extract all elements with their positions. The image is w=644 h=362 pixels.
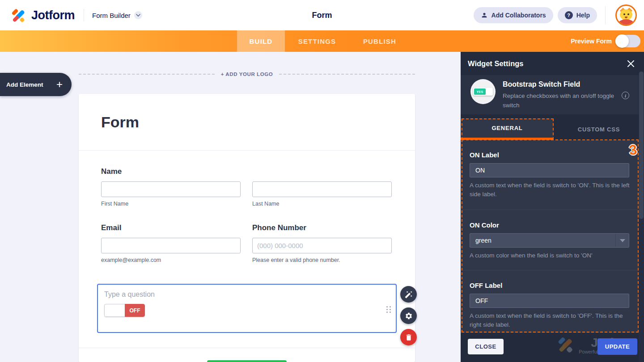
on-color-help: A custom color when the field is switch … [470,251,631,260]
switch-on-side [104,304,125,317]
close-panel-button[interactable] [625,58,636,69]
panel-footer: Jotform Powerful forms get it done CLOSE… [461,333,644,362]
submit-button-partial[interactable] [207,360,287,362]
widget-icon: YES [470,79,496,104]
on-color-value: green [475,237,491,244]
name-field-block[interactable]: Name First Name Last Name [101,167,392,207]
close-icon [627,60,634,67]
tab-general[interactable]: GENERAL [461,118,554,140]
panel-tabs: GENERAL CUSTOM CSS [461,114,644,140]
jotform-logo-icon [11,7,27,23]
panel-content: ON Label A custom text when the field is… [461,140,644,333]
properties-button[interactable] [400,307,417,324]
dashed-line [79,74,215,75]
info-icon[interactable]: i [622,92,629,99]
email-label: Email [101,223,241,232]
jotform-logo[interactable]: Jotform [11,7,75,23]
form-card: Form Name First Name Last Name [79,94,415,362]
form-canvas: Add Element + + ADD YOUR LOGO Form Name … [0,52,461,362]
phone-label: Phone Number [252,223,392,232]
dropdown-arrow-icon [620,239,625,242]
tab-publish[interactable]: PUBLISH [349,30,410,52]
top-bar: Jotform Form Builder Form Add Collaborat… [0,0,644,30]
tab-settings[interactable]: SETTINGS [285,30,349,52]
add-element-button[interactable]: Add Element + [0,73,72,96]
bootstrap-switch[interactable]: OFF [104,304,145,317]
scrollbar-thumb[interactable] [639,72,644,219]
setting-off-label: OFF Label A custom text when the field i… [461,270,644,333]
switch-off-side: OFF [125,304,145,317]
panel-title: Widget Settings [468,59,524,68]
first-name-sublabel: First Name [101,201,241,207]
widget-settings-panel: Widget Settings YES Bootstrap Switch Fie… [461,52,644,362]
selected-widget-question[interactable]: Type a question OFF [97,284,397,333]
email-input[interactable] [101,238,241,253]
builder-tabs: BUILD SETTINGS PUBLISH [237,30,410,52]
plus-icon: + [56,79,63,90]
brand-name: Jotform [31,8,75,22]
person-icon [481,12,488,19]
add-collaborators-label: Add Collaborators [491,12,546,19]
add-collaborators-button[interactable]: Add Collaborators [474,7,553,23]
add-logo-label: + ADD YOUR LOGO [221,72,273,77]
email-field-block[interactable]: Email example@example.com [101,223,241,263]
tab-custom-css[interactable]: CUSTOM CSS [554,118,644,140]
trash-icon [405,333,413,341]
add-logo-area[interactable]: + ADD YOUR LOGO [79,71,415,78]
update-button[interactable]: UPDATE [597,338,637,355]
panel-scrollbar[interactable] [639,72,644,362]
drag-handle-icon[interactable] [386,306,391,313]
off-label-help: A custom text when the field is switch t… [470,311,631,329]
help-button[interactable]: ? Help [558,7,597,23]
dashed-line [279,74,415,75]
on-label-title: ON Label [470,151,635,159]
phone-field-block[interactable]: Phone Number Please enter a valid phone … [252,223,392,263]
panel-header: Widget Settings [461,52,644,75]
preview-form-label: Preview Form [571,38,612,45]
question-icon: ? [565,11,573,19]
close-button[interactable]: CLOSE [468,339,504,354]
yes-switch-icon: YES [473,88,493,96]
delete-button[interactable] [400,329,417,345]
on-color-select[interactable]: green [470,233,629,248]
email-sublabel: example@example.com [101,257,241,263]
last-name-input[interactable] [252,181,392,197]
user-avatar[interactable] [615,4,637,26]
on-color-title: ON Color [470,221,635,229]
preview-form-toggle[interactable] [615,35,640,47]
builder-nav-bar: BUILD SETTINGS PUBLISH Preview Form [0,30,644,52]
widget-name: Bootstrap Switch Field [503,80,632,88]
phone-sublabel: Please enter a valid phone number. [252,257,392,263]
tab-build[interactable]: BUILD [237,30,285,52]
yes-switch-label: YES [474,88,486,95]
phone-input[interactable] [252,238,392,253]
question-placeholder[interactable]: Type a question [104,290,390,299]
setting-on-color: ON Color green A custom color when the f… [461,210,644,270]
first-name-input[interactable] [101,181,241,197]
gear-icon [405,312,413,320]
toggle-knob [615,34,629,48]
magic-wand-icon [405,290,413,299]
header-divider-2 [605,6,606,24]
product-switcher[interactable]: Form Builder [92,11,142,19]
add-element-label: Add Element [6,81,43,88]
workspace: Add Element + + ADD YOUR LOGO Form Name … [0,52,644,362]
email-phone-row: Email example@example.com Phone Number P… [101,223,392,263]
widget-summary: YES Bootstrap Switch Field Replace check… [461,75,644,114]
header-divider [84,9,84,21]
on-label-input[interactable] [470,163,629,177]
help-label: Help [576,12,590,19]
widget-description: Replace checkboxes with an on/off toggle… [503,91,621,110]
on-label-help: A custom text when the field is switch t… [470,181,631,199]
select-arrow-zone[interactable] [615,234,629,247]
name-label: Name [101,167,392,176]
off-label-title: OFF Label [470,282,635,289]
off-label-input[interactable] [470,294,629,308]
product-label: Form Builder [92,12,131,19]
form-card-title: Form [101,114,415,131]
form-title-section[interactable]: Form [79,94,415,151]
last-name-sublabel: Last Name [252,201,392,207]
jotform-watermark-icon [557,336,575,355]
wizard-button[interactable] [400,286,417,303]
setting-on-label: ON Label A custom text when the field is… [461,140,644,210]
